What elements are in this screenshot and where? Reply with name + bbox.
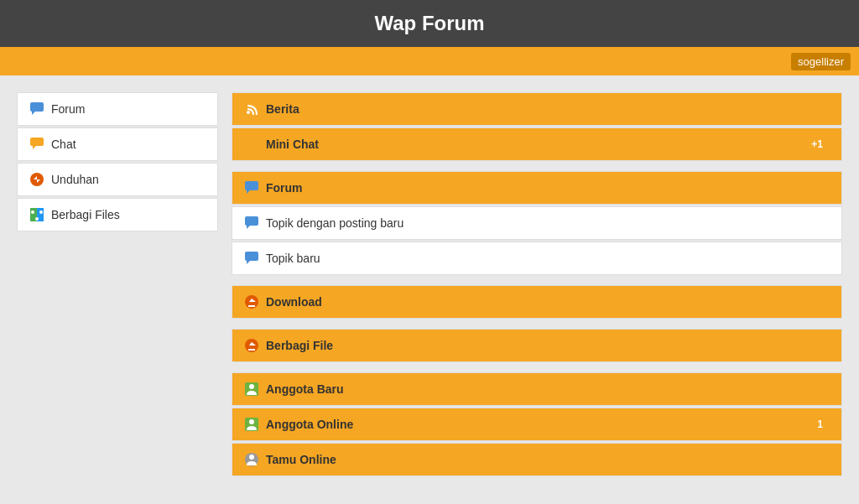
topik-posting-icon xyxy=(244,216,259,231)
mini-chat-label: Mini Chat xyxy=(266,138,319,151)
site-title: Wap Forum xyxy=(374,12,484,34)
forum-header-icon xyxy=(244,180,259,195)
svg-rect-13 xyxy=(245,138,258,146)
anggota-online-label: Anggota Online xyxy=(266,418,353,431)
sidebar-item-chat[interactable]: Chat xyxy=(17,127,218,161)
svg-point-30 xyxy=(249,419,254,424)
svg-rect-2 xyxy=(30,138,44,146)
topik-baru-row[interactable]: Topik baru xyxy=(232,242,842,275)
anggota-online-header[interactable]: Anggota Online 1 xyxy=(232,408,842,441)
mini-chat-badge: +1 xyxy=(804,137,830,152)
topik-posting-label: Topik dengan posting baru xyxy=(266,216,403,230)
sidebar-berbagi-label: Berbagi Files xyxy=(51,208,120,221)
right-panel: Berita Mini Chat +1 Forum xyxy=(232,92,842,476)
svg-point-28 xyxy=(249,384,254,389)
berbagi-file-icon xyxy=(244,338,259,353)
svg-point-9 xyxy=(39,210,43,214)
svg-marker-18 xyxy=(247,226,250,229)
topik-baru-label: Topik baru xyxy=(266,252,320,265)
topik-baru-icon xyxy=(244,251,259,266)
mini-chat-header[interactable]: Mini Chat +1 xyxy=(232,127,842,161)
berbagi-icon xyxy=(29,207,44,222)
berita-header[interactable]: Berita xyxy=(232,92,842,126)
username-link[interactable]: sogellizer xyxy=(791,53,851,70)
svg-rect-15 xyxy=(245,181,258,190)
svg-point-32 xyxy=(249,455,254,460)
svg-marker-3 xyxy=(33,146,36,149)
forum-header-label: Forum xyxy=(266,181,303,195)
download-header[interactable]: Download xyxy=(232,285,842,319)
sidebar: Forum Chat Unduhan Berbagi xyxy=(17,92,218,476)
svg-rect-19 xyxy=(245,252,258,261)
anggota-baru-header[interactable]: Anggota Baru xyxy=(232,372,842,406)
svg-point-12 xyxy=(247,111,250,114)
download-label: Download xyxy=(266,295,322,309)
anggota-online-icon xyxy=(244,417,259,432)
tamu-online-header[interactable]: Tamu Online xyxy=(232,443,842,476)
svg-rect-26 xyxy=(248,349,255,351)
sidebar-unduhan-label: Unduhan xyxy=(51,173,99,186)
tamu-online-icon xyxy=(244,452,259,467)
anggota-baru-label: Anggota Baru xyxy=(266,382,344,396)
sidebar-forum-label: Forum xyxy=(51,102,85,116)
anggota-baru-icon xyxy=(244,382,259,397)
rss-icon xyxy=(244,101,259,117)
page-header: Wap Forum xyxy=(0,0,859,47)
svg-marker-14 xyxy=(247,146,251,149)
berbagi-file-label: Berbagi File xyxy=(266,339,333,352)
svg-rect-17 xyxy=(245,216,258,226)
tamu-online-label: Tamu Online xyxy=(266,453,336,466)
forum-header[interactable]: Forum xyxy=(232,171,842,205)
sidebar-chat-label: Chat xyxy=(51,138,76,151)
sidebar-item-forum[interactable]: Forum xyxy=(17,92,218,126)
download-icon xyxy=(244,294,259,309)
forum-icon xyxy=(29,101,44,117)
svg-marker-20 xyxy=(247,261,250,264)
berbagi-file-header[interactable]: Berbagi File xyxy=(232,329,842,362)
user-bar: sogellizer xyxy=(0,47,859,75)
mini-chat-icon xyxy=(244,137,259,152)
berita-label: Berita xyxy=(266,102,299,116)
svg-marker-16 xyxy=(247,190,250,194)
sidebar-item-unduhan[interactable]: Unduhan xyxy=(17,163,218,196)
main-content: Forum Chat Unduhan Berbagi xyxy=(0,75,859,493)
svg-point-10 xyxy=(35,217,39,221)
chat-icon xyxy=(29,137,44,152)
anggota-online-badge: 1 xyxy=(810,417,830,432)
svg-rect-0 xyxy=(30,102,44,112)
svg-point-8 xyxy=(31,210,34,214)
sidebar-item-berbagi[interactable]: Berbagi Files xyxy=(17,198,218,231)
topik-posting-row[interactable]: Topik dengan posting baru xyxy=(232,206,842,240)
svg-rect-23 xyxy=(248,305,255,307)
svg-marker-1 xyxy=(32,112,35,115)
unduhan-icon xyxy=(29,172,44,187)
